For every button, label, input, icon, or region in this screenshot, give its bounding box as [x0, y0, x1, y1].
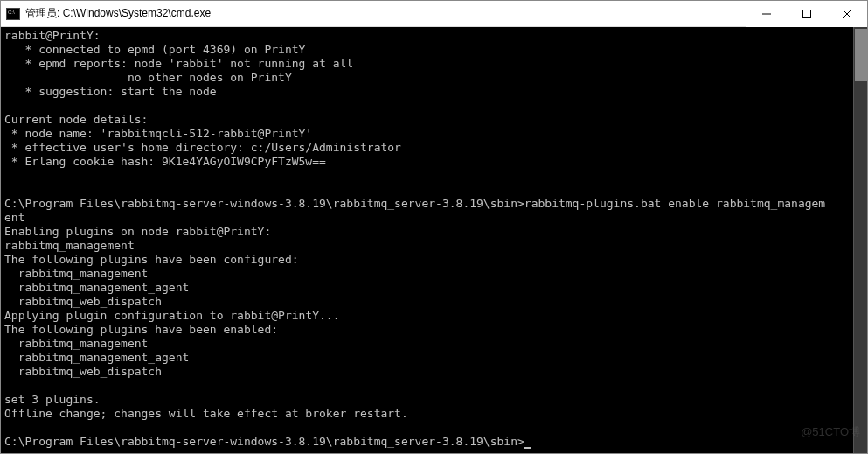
scrollbar[interactable]	[853, 27, 867, 453]
terminal-line: rabbitmq_management_agent	[4, 281, 189, 294]
cursor	[524, 447, 531, 449]
window-title: 管理员: C:\Windows\System32\cmd.exe	[25, 6, 211, 21]
titlebar-left: 管理员: C:\Windows\System32\cmd.exe	[1, 6, 211, 21]
terminal-line: rabbitmq_management	[4, 239, 135, 252]
minimize-icon	[762, 10, 771, 18]
terminal-line: ent	[4, 211, 24, 224]
terminal-output: rabbit@PrintY: * connected to epmd (port…	[3, 29, 865, 449]
terminal-line: Enabling plugins on node rabbit@PrintY:	[4, 225, 271, 238]
minimize-button[interactable]	[746, 1, 787, 27]
cmd-icon	[6, 8, 20, 20]
terminal-line: rabbitmq_management	[4, 267, 148, 280]
terminal-line: Applying plugin configuration to rabbit@…	[4, 309, 340, 322]
close-icon	[843, 10, 851, 18]
terminal-line: C:\Program Files\rabbitmq-server-windows…	[4, 197, 825, 210]
terminal-line: rabbitmq_web_dispatch	[4, 365, 162, 378]
terminal-area[interactable]: rabbit@PrintY: * connected to epmd (port…	[1, 27, 867, 453]
terminal-line: set 3 plugins.	[4, 393, 101, 406]
titlebar-controls	[746, 1, 867, 27]
terminal-line: rabbitmq_management	[4, 337, 148, 350]
svg-rect-1	[803, 10, 811, 17]
terminal-line: * effective user's home directory: c:/Us…	[4, 141, 401, 154]
terminal-line: Offline change; changes will take effect…	[4, 407, 408, 420]
watermark: @51CTO博	[801, 425, 860, 439]
terminal-line: * connected to epmd (port 4369) on Print…	[4, 43, 305, 56]
terminal-line: * node name: 'rabbitmqcli-512-rabbit@Pri…	[4, 127, 312, 140]
close-button[interactable]	[827, 1, 867, 27]
titlebar: 管理员: C:\Windows\System32\cmd.exe	[1, 1, 867, 27]
scrollbar-thumb[interactable]	[855, 29, 867, 81]
terminal-line: rabbitmq_web_dispatch	[4, 295, 162, 308]
terminal-line: The following plugins have been enabled:	[4, 323, 278, 336]
maximize-icon	[802, 10, 811, 18]
terminal-prompt: C:\Program Files\rabbitmq-server-windows…	[4, 435, 524, 448]
terminal-line: The following plugins have been configur…	[4, 253, 299, 266]
terminal-line: no other nodes on PrintY	[4, 71, 292, 84]
cmd-window: 管理员: C:\Windows\System32\cmd.exe rabbit@…	[0, 0, 868, 454]
terminal-line: Current node details:	[4, 113, 148, 126]
terminal-line: * epmd reports: node 'rabbit' not runnin…	[4, 57, 353, 70]
terminal-line: * suggestion: start the node	[4, 85, 217, 98]
terminal-line: rabbit@PrintY:	[4, 29, 101, 42]
maximize-button[interactable]	[787, 1, 827, 27]
terminal-line: rabbitmq_management_agent	[4, 351, 189, 364]
terminal-line: * Erlang cookie hash: 9K1e4YAGyOIW9CPyFT…	[4, 155, 326, 168]
